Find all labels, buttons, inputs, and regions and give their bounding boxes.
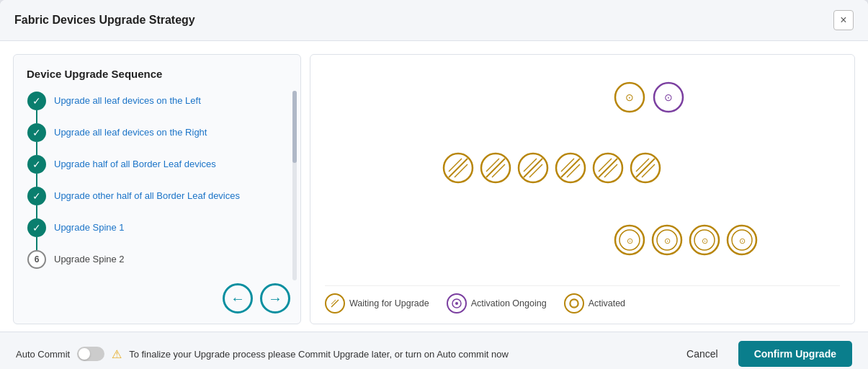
nav-arrows: ← →: [14, 276, 300, 324]
svg-line-10: [486, 159, 499, 172]
svg-line-7: [455, 164, 467, 177]
sequence-list: ✓ Upgrade all leaf devices on the Left ✓…: [27, 92, 290, 269]
modal-body: Device Upgrade Sequence ✓ Upgrade all le…: [0, 41, 868, 332]
right-panel: ⊙ ⊙: [310, 54, 855, 324]
step-connector: [36, 237, 37, 250]
step-checked-icon: ✓: [27, 187, 46, 205]
svg-line-9: [486, 159, 505, 177]
warning-text: To finalize your Upgrade process please …: [129, 349, 509, 360]
svg-line-17: [561, 159, 580, 177]
svg-line-5: [449, 159, 467, 177]
warning-icon: ⚠: [112, 347, 122, 361]
legend-row: Waiting for Upgrade Activation Ongoing A…: [325, 285, 840, 316]
svg-text:⊙: ⊙: [664, 236, 671, 245]
step-connector: [36, 142, 37, 155]
close-button[interactable]: ×: [833, 10, 854, 30]
svg-line-15: [529, 164, 542, 177]
step-number-icon: 6: [27, 250, 46, 269]
border-device-3: ⊙: [688, 223, 721, 257]
modal-title: Fabric Devices Upgrade Strategy: [14, 14, 195, 27]
svg-line-22: [599, 159, 612, 172]
forward-button[interactable]: →: [260, 283, 290, 314]
step-checked-icon: ✓: [27, 218, 46, 237]
list-item: ✓ Upgrade Spine 1: [27, 218, 290, 250]
step-checked-icon: ✓: [27, 123, 46, 142]
border-device-1: ⊙: [613, 223, 646, 257]
legend-activation: Activation Ongoing: [447, 293, 547, 314]
left-panel: Device Upgrade Sequence ✓ Upgrade all le…: [13, 54, 301, 324]
step-checked-icon: ✓: [27, 92, 46, 110]
leaf-device-5: [591, 151, 625, 184]
diagram-area: ⊙ ⊙: [325, 66, 840, 280]
toggle-knob: [79, 348, 90, 360]
border-device-2: ⊙: [650, 223, 684, 257]
step-label[interactable]: Upgrade Spine 2: [54, 250, 125, 266]
auto-commit-toggle[interactable]: [77, 347, 104, 361]
activated-label: Activated: [589, 298, 625, 308]
modal: Fabric Devices Upgrade Strategy × Device…: [0, 0, 868, 369]
leaf-device-2: [479, 151, 512, 184]
footer-right: Cancel Confirm Upgrade: [675, 341, 852, 367]
svg-line-14: [524, 159, 537, 172]
leaf-device-3: [516, 151, 550, 184]
svg-point-43: [455, 302, 458, 305]
auto-commit-label: Auto Commit: [16, 349, 70, 360]
footer-left: Auto Commit ⚠ To finalize your Upgrade p…: [16, 347, 509, 361]
cancel-button[interactable]: Cancel: [675, 342, 730, 365]
legend-waiting: Waiting for Upgrade: [325, 293, 429, 314]
border-device-4: ⊙: [725, 223, 759, 257]
svg-line-6: [449, 159, 462, 172]
scrollbar-track[interactable]: [292, 91, 297, 280]
svg-line-21: [599, 159, 617, 177]
svg-text:⊙: ⊙: [627, 236, 633, 245]
step-label[interactable]: Upgrade other half of all Border Leaf de…: [54, 187, 240, 203]
svg-line-26: [636, 159, 649, 172]
step-checked-icon: ✓: [27, 155, 46, 174]
leaf-device-4: [554, 151, 587, 184]
step-connector: [36, 174, 37, 187]
step-label[interactable]: Upgrade Spine 1: [54, 218, 125, 234]
activated-icon: [564, 293, 584, 314]
svg-line-23: [604, 164, 617, 177]
svg-point-44: [570, 299, 578, 308]
step-label[interactable]: Upgrade half of all Border Leaf devices: [54, 155, 216, 171]
svg-text:⊙: ⊙: [739, 236, 746, 245]
step-connector: [36, 205, 37, 218]
confirm-upgrade-button[interactable]: Confirm Upgrade: [738, 341, 852, 367]
leaf-device-1: [442, 151, 475, 184]
svg-line-27: [642, 164, 655, 177]
svg-text:⊙: ⊙: [702, 236, 708, 245]
svg-line-18: [561, 159, 574, 172]
modal-header: Fabric Devices Upgrade Strategy ×: [0, 0, 868, 41]
step-connector: [36, 110, 37, 123]
leaf-device-6: [629, 151, 662, 184]
activation-label: Activation Ongoing: [471, 298, 547, 308]
scrollbar-thumb: [292, 91, 297, 163]
activation-icon: [447, 293, 467, 314]
list-item: ✓ Upgrade half of all Border Leaf device…: [27, 155, 290, 187]
spine-device-1: ⊙: [613, 81, 646, 114]
waiting-label: Waiting for Upgrade: [349, 298, 429, 308]
modal-footer: Auto Commit ⚠ To finalize your Upgrade p…: [0, 332, 868, 369]
list-item: ✓ Upgrade other half of all Border Leaf …: [27, 187, 290, 218]
step-label[interactable]: Upgrade all leaf devices on the Left: [54, 92, 201, 107]
list-item: ✓ Upgrade all leaf devices on the Left: [27, 92, 290, 123]
svg-point-45: [571, 300, 578, 307]
svg-line-11: [492, 164, 505, 177]
step-label[interactable]: Upgrade all leaf devices on the Right: [54, 123, 207, 139]
svg-text:⊙: ⊙: [664, 92, 673, 103]
back-button[interactable]: ←: [223, 283, 253, 314]
list-item: ✓ Upgrade all leaf devices on the Right: [27, 123, 290, 155]
svg-line-13: [524, 159, 542, 177]
legend-activated: Activated: [564, 293, 625, 314]
svg-text:⊙: ⊙: [625, 92, 634, 103]
waiting-icon: [325, 293, 345, 314]
spine-device-2: ⊙: [652, 81, 685, 114]
sequence-title: Device Upgrade Sequence: [27, 68, 290, 80]
list-item: 6 Upgrade Spine 2: [27, 250, 290, 269]
svg-line-25: [636, 159, 655, 177]
svg-line-19: [567, 164, 580, 177]
